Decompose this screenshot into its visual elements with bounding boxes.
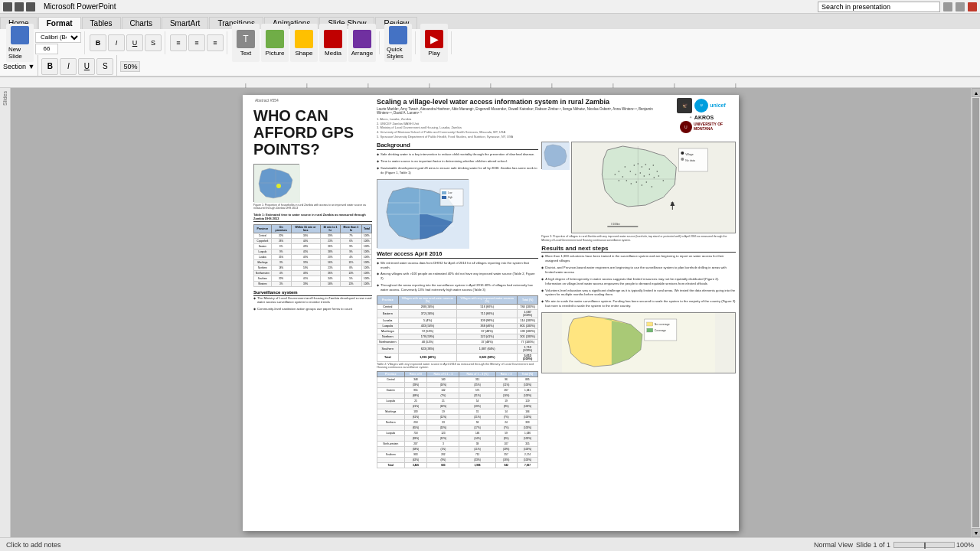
tab-format[interactable]: Format [38, 17, 81, 29]
underline-small-button[interactable]: U [78, 58, 95, 75]
t2-any-improved-header: Villages with any improved water sources… [457, 295, 518, 304]
strikethrough-button[interactable]: S [145, 34, 162, 51]
table-row: Northwestern4%46%36%13%100% [254, 270, 372, 276]
undo-icon[interactable] [15, 2, 24, 11]
bg-text-2: Time to water source is an important fac… [381, 159, 508, 164]
underline-button[interactable]: U [126, 34, 143, 51]
table-row: Muchinga72 (52%)67 (48%)139 (100%) [377, 328, 538, 334]
svg-point-26 [644, 175, 645, 177]
results-text-5: We aim to scale the water surveillance s… [545, 299, 736, 308]
slide-title-column: WHO CAN AFFORD GPS POINTS? [253, 98, 372, 528]
zoom-slider[interactable] [893, 542, 955, 548]
table-row: Western3%39%58%13%100% [254, 281, 372, 286]
align-center-button[interactable]: ≡ [188, 34, 205, 51]
table3: Province Ratio of 0 Ratio of 0.1 – 1 Rat… [377, 371, 538, 468]
vertical-scrollbar[interactable]: ▲ ▼ [971, 88, 980, 537]
scroll-down-button[interactable]: ▼ [972, 528, 980, 537]
bg-bullet-1: ◆ Safe drinking water is a key intervent… [377, 152, 538, 158]
table1-col-total: Total [361, 224, 371, 233]
table-row: Southern9032027123572,174 [377, 452, 538, 457]
maximize-icon[interactable] [956, 2, 965, 11]
strikethrough-small-button[interactable]: S [96, 58, 113, 75]
svg-point-41 [625, 166, 626, 168]
t2-total-header: Total (%) [517, 295, 537, 304]
paragraph-group: ≡ ≡ ≡ [167, 31, 227, 54]
surveillance-text-2: Community-level sanitation action groups… [257, 307, 352, 311]
svg-text:Village: Village [686, 153, 694, 156]
shape-button[interactable]: Shape [290, 24, 318, 62]
water-bullet-2: ◆ Among villages with >100 people an est… [377, 272, 538, 282]
affil-5: 5. Syracuse University Department of Pub… [377, 135, 661, 139]
minimize-icon[interactable] [943, 2, 952, 11]
picture-button[interactable]: Picture [261, 24, 289, 62]
font-group: B I U S [87, 31, 165, 54]
insert-group: T Text Picture Shape Media Arrange [229, 31, 380, 54]
bold-small-button[interactable]: B [41, 58, 58, 75]
table1-col-province: Province [254, 224, 272, 233]
play-button[interactable]: ▶ Play [420, 24, 448, 62]
notes-text: Click to add notes [6, 541, 61, 549]
status-bar: Click to add notes Normal View Slide 1 o… [0, 537, 980, 551]
unicef-logo: U unicef [694, 99, 726, 112]
table-row: (42%)(9%)(33%)(16%)(100%) [377, 457, 538, 462]
svg-point-21 [653, 165, 655, 166]
font-size-input[interactable] [35, 44, 58, 54]
arrange-button[interactable]: Arrange [348, 24, 376, 62]
bg-bullet-3: ◆ Sustainable development goal #6 aims t… [377, 166, 538, 177]
search-box[interactable]: Search in presentation [818, 2, 940, 12]
t3-ratio01: Ratio of 0.1 – 1 [427, 371, 459, 377]
quick-styles-button[interactable]: Quick Styles [384, 24, 412, 62]
zoom-level: 100% [956, 541, 974, 549]
bullet-icon: ◆ [377, 166, 379, 177]
close-icon[interactable] [968, 2, 977, 11]
table-row: (21%)(18%)(59%)(8%)(100%) [377, 403, 538, 409]
italic-small-button[interactable]: I [60, 58, 77, 75]
svg-point-20 [649, 168, 651, 170]
table-row: Total1,991 (40%)3,022 (60%)5,013 (100%) [377, 353, 538, 361]
results-bullet-2: ◆ District- and Province-based water eng… [541, 266, 736, 276]
align-right-button[interactable]: ≡ [207, 34, 224, 51]
scroll-up-button[interactable]: ▲ [972, 88, 980, 97]
tab-smartart[interactable]: SmartArt [162, 17, 208, 29]
figure1-caption: Figure 1: Proportion of households in ru… [253, 204, 372, 210]
ribbon-toolbar-1: New Slide Calibri (Body) B I U S ≡ ≡ ≡ T… [0, 29, 980, 57]
quick-access-toolbar[interactable]: Microsoft PowerPoint [3, 2, 116, 11]
table-row: Copperbelt26%44%23%6%100% [254, 238, 372, 243]
text-button[interactable]: T Text [232, 24, 260, 62]
svg-point-33 [636, 181, 638, 183]
table-row: Eastern372 (34%)715 (66%)1,087 (100%) [377, 309, 538, 318]
results-text-4: Volunteer-level education was a signific… [545, 289, 736, 298]
table-row: (69%)(12%)(14%)(6%)(100%) [377, 435, 538, 441]
bullet-icon: ◆ [377, 159, 379, 165]
ribbon: Home Format Tables Charts SmartArt Trans… [0, 14, 980, 77]
media-button[interactable]: Media [319, 24, 347, 62]
tab-tables[interactable]: Tables [82, 17, 121, 29]
akros-logo: AKROS [694, 115, 714, 120]
table-row: Northern218335824333 [377, 419, 538, 425]
table2-caption: Table 2: Villages with any improved wate… [377, 363, 538, 369]
italic-button[interactable]: I [108, 34, 125, 51]
table-row: Lusaka35%40%20%4%100% [254, 254, 372, 259]
bullet-icon: ◆ [377, 283, 379, 294]
logos-area: 🦅 U unicef [667, 98, 736, 133]
main-slide-title: Scaling a village-level water access inf… [377, 98, 661, 106]
tab-charts[interactable]: Charts [122, 17, 161, 29]
layout-select[interactable]: Calibri (Body) [35, 32, 81, 43]
table-row: (48%)(7%)(31%)(14%)(100%) [377, 393, 538, 398]
water-text-1: We retrieved water access data from DHIS… [381, 261, 538, 270]
scroll-thumb[interactable] [972, 98, 979, 527]
align-left-button[interactable]: ≡ [170, 34, 187, 51]
svg-text:Low: Low [448, 191, 452, 194]
table1-col-morethan1h: More than 1 hr [341, 224, 362, 233]
bullet-icon: ◆ [253, 296, 256, 307]
results-title: Results and next steps [541, 245, 736, 253]
section-label: Section ▼ [3, 63, 34, 70]
background-title: Background [377, 142, 538, 150]
save-icon[interactable] [3, 2, 12, 11]
results-text-2: District- and Province-based water engin… [545, 266, 736, 275]
bold-button[interactable]: B [90, 34, 106, 51]
new-slide-button[interactable]: New Slide [6, 24, 34, 62]
redo-icon[interactable] [26, 2, 35, 11]
background-map: Low High [377, 179, 469, 248]
table-row: Luapula433 (54%)368 (46%)801 (100%) [377, 323, 538, 328]
